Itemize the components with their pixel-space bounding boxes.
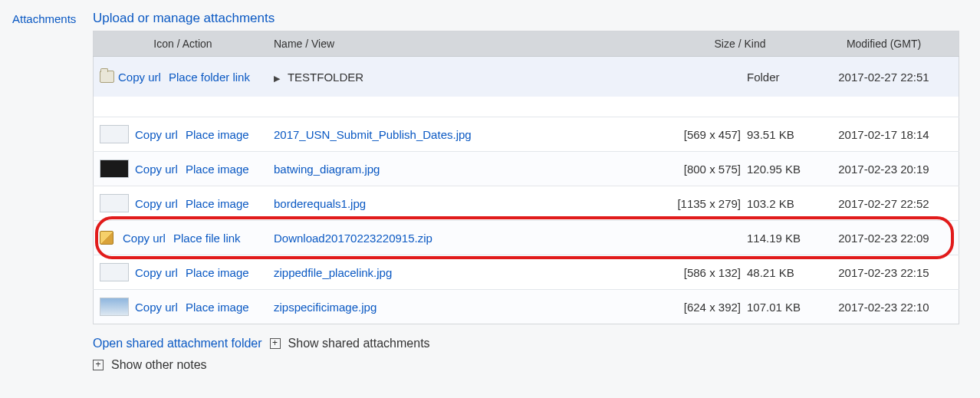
copy-url-link[interactable]: Copy url (135, 197, 178, 210)
copy-url-link[interactable]: Copy url (135, 266, 178, 279)
file-modified: 2017-02-23 22:10 (809, 301, 959, 314)
col-header-name: Name / View (272, 31, 671, 56)
folder-icon (100, 71, 114, 83)
thumbnail-icon (100, 125, 129, 143)
expand-triangle-icon[interactable]: ▶ (274, 74, 280, 83)
folder-name: TESTFOLDER (288, 71, 363, 84)
copy-url-link[interactable]: Copy url (135, 128, 178, 141)
file-size: 93.51 KB (747, 128, 808, 141)
file-dimensions (672, 232, 741, 245)
table-row: Copy url Place image2017_USN_Submit_Publ… (94, 117, 959, 152)
file-size: 120.95 KB (747, 163, 808, 176)
col-header-icon: Icon / Action (94, 31, 272, 56)
table-row: Copy url Place imagezippedfile_placelink… (94, 255, 959, 290)
file-dimensions: [569 x 457] (672, 128, 741, 141)
thumbnail-icon (100, 194, 129, 212)
file-size: 107.01 KB (747, 301, 808, 314)
file-dimensions: [586 x 132] (672, 266, 741, 279)
place-link[interactable]: Place image (186, 163, 249, 176)
table-row: Copy url Place imageborderequals1.jpg[11… (94, 186, 959, 221)
file-modified: 2017-02-23 22:09 (809, 232, 959, 245)
expand-icon[interactable]: + (270, 338, 281, 349)
thumbnail-icon (100, 298, 129, 316)
file-size: 48.21 KB (747, 266, 808, 279)
copy-url-link[interactable]: Copy url (123, 232, 166, 245)
file-dimensions: [800 x 575] (672, 163, 741, 176)
place-folder-link[interactable]: Place folder link (169, 71, 250, 84)
table-row: Copy url Place file linkDownload20170223… (94, 221, 959, 255)
open-shared-folder-link[interactable]: Open shared attachment folder (93, 337, 262, 350)
place-link[interactable]: Place file link (173, 232, 241, 245)
show-other-notes[interactable]: Show other notes (111, 358, 207, 372)
attachments-table: Icon / Action Name / View Size / Kind Mo… (93, 31, 959, 324)
copy-url-link[interactable]: Copy url (135, 301, 178, 314)
col-header-size: Size / Kind (671, 31, 809, 56)
file-modified: 2017-02-27 22:52 (809, 197, 959, 210)
place-link[interactable]: Place image (186, 266, 249, 279)
file-size: 103.2 KB (747, 197, 808, 210)
place-link[interactable]: Place image (186, 301, 249, 314)
file-size: 114.19 KB (747, 232, 808, 245)
file-name-link[interactable]: zipspecificimage.jpg (274, 301, 377, 314)
file-name-link[interactable]: zippedfile_placelink.jpg (274, 266, 392, 279)
folder-kind: Folder (747, 71, 808, 84)
file-dimensions: [1135 x 279] (672, 197, 741, 210)
file-name-link[interactable]: Download20170223220915.zip (274, 232, 432, 245)
file-name-link[interactable]: batwing_diagram.jpg (274, 163, 380, 176)
upload-manage-link[interactable]: Upload or manage attachments (93, 11, 275, 26)
table-row: Copy url Place imagezipspecificimage.jpg… (94, 290, 959, 324)
file-modified: 2017-02-23 22:15 (809, 266, 959, 279)
table-row: Copy url Place folder link ▶ TESTFOLDER (94, 57, 959, 97)
file-name-link[interactable]: borderequals1.jpg (274, 197, 366, 210)
col-header-modified: Modified (GMT) (809, 31, 959, 56)
thumbnail-icon (100, 263, 129, 281)
place-link[interactable]: Place image (186, 128, 249, 141)
expand-icon[interactable]: + (93, 360, 104, 370)
show-shared-attachments[interactable]: Show shared attachments (288, 337, 430, 350)
zip-icon (100, 231, 113, 245)
attachments-label[interactable]: Attachments (12, 11, 93, 25)
file-modified: 2017-02-23 20:19 (809, 163, 959, 176)
place-link[interactable]: Place image (186, 197, 249, 210)
file-dimensions: [624 x 392] (672, 301, 741, 314)
copy-url-link[interactable]: Copy url (118, 71, 161, 84)
file-modified: 2017-02-17 18:14 (809, 128, 959, 141)
thumbnail-icon (100, 160, 129, 178)
copy-url-link[interactable]: Copy url (135, 163, 178, 176)
table-row: Copy url Place imagebatwing_diagram.jpg[… (94, 152, 959, 186)
file-name-link[interactable]: 2017_USN_Submit_Publish_Dates.jpg (274, 128, 472, 141)
folder-modified: 2017-02-27 22:51 (809, 71, 959, 84)
